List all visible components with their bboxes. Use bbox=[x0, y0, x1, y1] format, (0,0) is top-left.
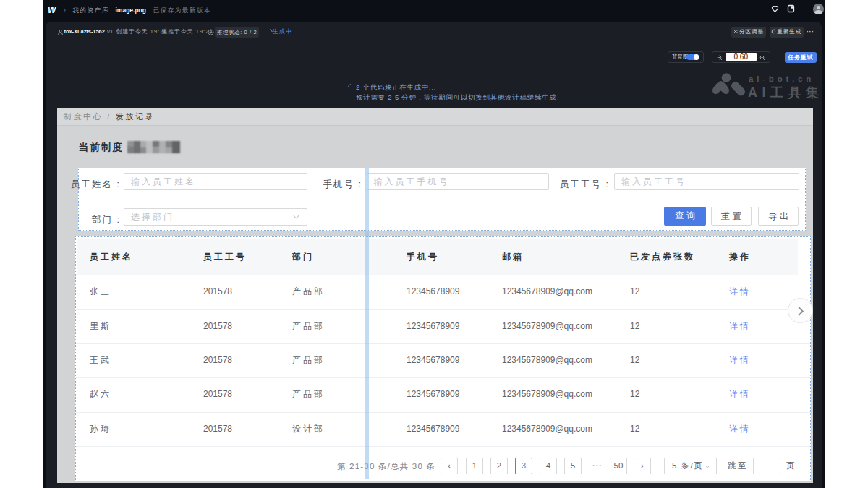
svg-text:AI工具集: AI工具集 bbox=[748, 85, 819, 100]
svg-text:ai-bot.cn: ai-bot.cn bbox=[749, 74, 814, 83]
